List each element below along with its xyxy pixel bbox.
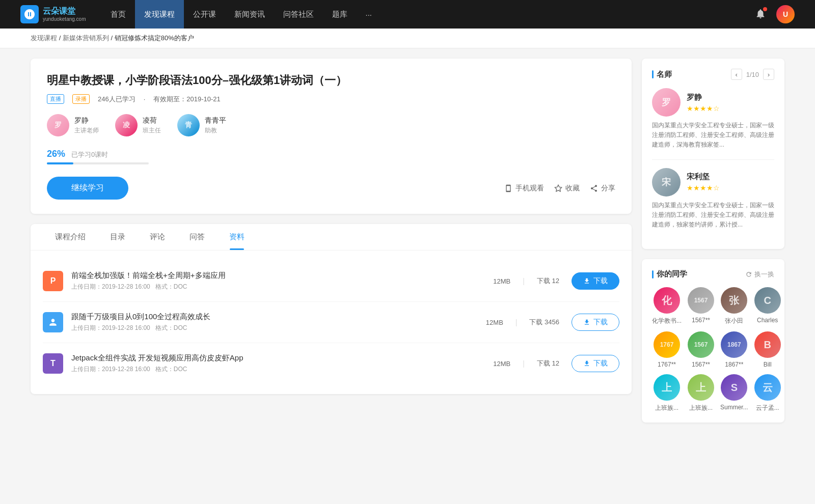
tab-qa[interactable]: 问答	[177, 224, 217, 250]
teachers-panel-title: 名师	[652, 70, 672, 79]
res-right-1: 12MB | 下载 3456 下载	[486, 314, 619, 331]
res-size-0: 12MB	[493, 277, 510, 285]
res-meta-0: 上传日期：2019-12-28 16:00 格式：DOC	[71, 283, 485, 291]
classmate-avatar-6: 1867	[721, 331, 747, 358]
notification-dot	[763, 7, 767, 11]
classmate-0[interactable]: 化 化学教书...	[652, 287, 682, 325]
classmate-name-6: 1867**	[725, 361, 743, 368]
logo-text: 云朵课堂 yunduoketang.com	[43, 6, 86, 22]
classmates-grid: 化 化学教书... 1567 1567** 张 张小田 C Charles 17…	[652, 287, 774, 412]
res-dl-count-2: 下载 12	[537, 359, 559, 368]
classmate-name-10: Summer...	[720, 404, 748, 411]
collect-button[interactable]: 收藏	[554, 184, 580, 193]
classmate-avatar-0: 化	[654, 287, 680, 314]
right-column: 名师 ‹ 1/10 › 罗 罗静 ★★★★☆	[642, 59, 784, 433]
res-title-2: Jetpack全组件实战 开发短视频应用高仿皮皮虾App	[71, 353, 485, 363]
classmate-avatar-3: C	[754, 287, 781, 314]
valid-until: 有效期至：2019-10-21	[153, 95, 221, 104]
teachers-page: 1/10	[746, 71, 759, 78]
navbar: 云朵课堂 yunduoketang.com 首页 发现课程 公开课 新闻资讯 问…	[0, 0, 815, 29]
classmate-11[interactable]: 云 云子孟...	[754, 374, 781, 412]
classmate-3[interactable]: C Charles	[754, 287, 781, 325]
classmates-panel-title: 你的同学	[652, 269, 687, 279]
tab-catalog[interactable]: 目录	[98, 224, 138, 250]
mobile-view-button[interactable]: 手机观看	[504, 184, 544, 193]
classmate-name-3: Charles	[757, 317, 778, 324]
nav-item-qa[interactable]: 问答社区	[274, 0, 323, 29]
teacher-big-name-song: 宋利坚	[687, 172, 720, 182]
share-icon	[590, 184, 598, 192]
nav-item-quiz[interactable]: 题库	[323, 0, 357, 29]
classmate-avatar-10: S	[721, 374, 747, 401]
teachers-panel: 名师 ‹ 1/10 › 罗 罗静 ★★★★☆	[642, 59, 784, 249]
res-size-1: 12MB	[486, 319, 503, 326]
teacher-big-avatar-luojing: 罗	[652, 88, 681, 117]
res-dl-count-0: 下载 12	[537, 276, 559, 286]
progress-bar-fill	[47, 162, 73, 164]
refresh-icon	[745, 271, 752, 278]
tab-comment[interactable]: 评论	[138, 224, 177, 250]
res-title-0: 前端全栈加强版！前端全栈+全周期+多端应用	[71, 271, 485, 281]
course-card: 明星中教授课，小学阶段语法100分–强化级第1讲动词（一） 直播 录播 246人…	[31, 59, 632, 214]
classmates-panel-header: 你的同学 换一换	[652, 269, 774, 279]
classmate-name-9: 上班族...	[689, 404, 713, 412]
main-content: 明星中教授课，小学阶段语法100分–强化级第1讲动词（一） 直播 录播 246人…	[0, 48, 815, 443]
classmate-5[interactable]: 1567 1567**	[688, 331, 714, 368]
divider-1	[652, 159, 774, 160]
teacher-entry-song: 宋 宋利坚 ★★★★☆ 国内某重点大学安全工程专业硕士，国家一级注册消防工程师、…	[652, 168, 774, 230]
nav-item-home[interactable]: 首页	[101, 0, 135, 29]
nav-item-more[interactable]: ···	[357, 0, 382, 29]
teacher-role-qingqing: 助教	[205, 126, 226, 135]
classmates-refresh-button[interactable]: 换一换	[745, 270, 774, 279]
classmate-10[interactable]: S Summer...	[720, 374, 748, 412]
nav-item-news[interactable]: 新闻资讯	[225, 0, 274, 29]
download-icon-1	[583, 319, 590, 326]
breadcrumb-series[interactable]: 新媒体营销系列	[63, 34, 109, 42]
classmate-1[interactable]: 1567 1567**	[688, 287, 714, 325]
left-column: 明星中教授课，小学阶段语法100分–强化级第1讲动词（一） 直播 录播 246人…	[31, 59, 632, 433]
classmate-name-1: 1567**	[692, 317, 710, 324]
res-right-0: 12MB | 下载 12 下载	[493, 272, 619, 290]
nav-items: 首页 发现课程 公开课 新闻资讯 问答社区 题库 ···	[101, 0, 755, 29]
teacher-desc-luojing: 国内某重点大学安全工程专业硕士，国家一级注册消防工程师、注册安全工程师、高级注册…	[652, 121, 774, 150]
nav-item-discover[interactable]: 发现课程	[135, 0, 184, 29]
breadcrumb-discover[interactable]: 发现课程	[31, 34, 57, 42]
teachers-prev-button[interactable]: ‹	[731, 69, 742, 80]
download-button-2[interactable]: 下载	[572, 355, 619, 372]
progress-label: 26%	[47, 149, 65, 159]
download-button-0[interactable]: 下载	[572, 272, 619, 290]
tab-resource[interactable]: 资料	[217, 224, 257, 250]
classmate-7[interactable]: B Bill	[754, 331, 781, 368]
teacher-name-luojing: 罗静	[74, 116, 99, 125]
progress-bar-bg	[47, 162, 149, 164]
res-icon-0: P	[43, 271, 63, 291]
teacher-role-luojing: 主讲老师	[74, 126, 99, 135]
classmate-avatar-2: 张	[721, 287, 747, 314]
teachers-next-button[interactable]: ›	[763, 69, 774, 80]
res-size-2: 12MB	[493, 360, 510, 368]
classmate-name-5: 1567**	[692, 361, 710, 368]
teacher-avatar-linghe: 凌	[115, 114, 138, 136]
classmate-avatar-8: 上	[654, 374, 680, 401]
logo[interactable]: 云朵课堂 yunduoketang.com	[20, 5, 86, 23]
teacher-role-linghe: 班主任	[143, 126, 161, 135]
progress-section: 26% 已学习0课时	[47, 149, 615, 164]
res-right-2: 12MB | 下载 12 下载	[493, 355, 619, 372]
classmate-9[interactable]: 上 上班族...	[688, 374, 714, 412]
tab-intro[interactable]: 课程介绍	[43, 224, 98, 250]
notification-bell[interactable]	[755, 8, 766, 21]
classmate-2[interactable]: 张 张小田	[720, 287, 748, 325]
classmate-4[interactable]: 1767 1767**	[652, 331, 682, 368]
share-button[interactable]: 分享	[590, 184, 615, 193]
classmate-6[interactable]: 1867 1867**	[720, 331, 748, 368]
tabs-content: P 前端全栈加强版！前端全栈+全周期+多端应用 上传日期：2019-12-28 …	[31, 250, 632, 394]
user-avatar[interactable]: U	[776, 5, 795, 23]
classmate-avatar-9: 上	[688, 374, 714, 401]
continue-study-button[interactable]: 继续学习	[47, 177, 128, 200]
classmate-8[interactable]: 上 上班族...	[652, 374, 682, 412]
tabs-nav: 课程介绍 目录 评论 问答 资料	[31, 224, 632, 250]
nav-item-public[interactable]: 公开课	[184, 0, 225, 29]
download-button-1[interactable]: 下载	[572, 314, 619, 331]
classmate-name-2: 张小田	[725, 317, 743, 325]
teacher-big-avatar-song: 宋	[652, 168, 681, 197]
